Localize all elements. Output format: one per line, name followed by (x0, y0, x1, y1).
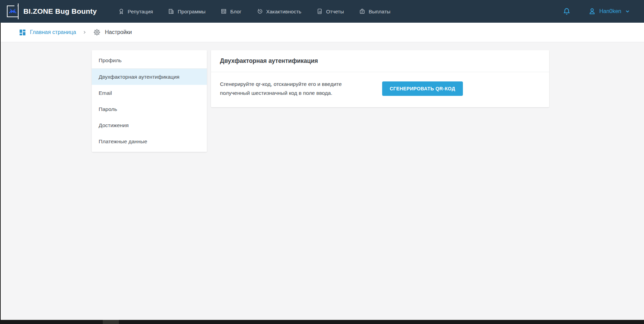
nav-item-label: Блог (230, 9, 241, 14)
top-navbar: BI.ZONE Bug Bounty Репутация (0, 0, 644, 23)
menu-item-label: Платежные данные (99, 138, 147, 145)
brand-name: BI.ZONE Bug Bounty (23, 7, 97, 15)
nav-item-payouts[interactable]: Выплаты (359, 8, 390, 14)
history-icon (257, 8, 263, 14)
report-icon (317, 8, 323, 14)
payouts-icon (359, 8, 365, 14)
generate-qr-button[interactable]: СГЕНЕРИРОВАТЬ QR-КОД (382, 81, 463, 96)
navbar-right: Han0ken (563, 8, 630, 15)
menu-item-label: Двухфакторная аутентификация (99, 74, 179, 80)
dashboard-icon (19, 29, 26, 36)
breadcrumb-current-label: Настройки (105, 29, 132, 35)
two-factor-panel: Двухфакторная аутентификация Сгенерируйт… (211, 50, 549, 107)
panel-header: Двухфакторная аутентификация (211, 50, 549, 72)
nav-item-label: Хакактивность (266, 9, 301, 14)
nav-item-reports[interactable]: Отчеты (317, 8, 344, 14)
user-icon (588, 8, 596, 15)
settings-menu: Профиль Двухфакторная аутентификация Ema… (92, 50, 207, 152)
panel-description: Сгенерируйте qr-код, отсканируйте его и … (220, 80, 361, 98)
gear-icon (93, 29, 101, 36)
nav-item-label: Отчеты (326, 9, 344, 14)
menu-item-label: Профиль (99, 57, 122, 64)
menu-item-label: Пароль (99, 106, 117, 112)
nav-item-label: Программы (178, 9, 206, 14)
breadcrumb: Главная страница Настройки (0, 23, 644, 42)
building-icon (168, 8, 174, 14)
horizontal-scrollbar (0, 320, 644, 324)
menu-item-label: Email (99, 90, 112, 96)
main-nav: Репутация Программы (118, 8, 390, 14)
nav-item-label: Выплаты (369, 9, 390, 14)
user-menu[interactable]: Han0ken (588, 8, 630, 15)
menu-item-payment-details[interactable]: Платежные данные (92, 133, 207, 149)
menu-item-achievements[interactable]: Достижения (92, 117, 207, 133)
brand-logo[interactable]: BI.ZONE Bug Bounty (7, 5, 97, 17)
panel-body: Сгенерируйте qr-код, отсканируйте его и … (211, 72, 549, 107)
newspaper-icon (221, 8, 227, 14)
window-left-edge (0, 23, 1, 320)
content-area: Профиль Двухфакторная аутентификация Ema… (0, 42, 644, 152)
menu-item-password[interactable]: Пароль (92, 101, 207, 117)
menu-item-profile[interactable]: Профиль (92, 53, 207, 69)
notifications-bell-icon[interactable] (563, 8, 570, 15)
pixel-bug-icon (7, 5, 19, 17)
horizontal-scrollbar-thumb[interactable] (103, 320, 119, 324)
user-name: Han0ken (599, 8, 621, 14)
nav-item-hackactivity[interactable]: Хакактивность (257, 8, 301, 14)
menu-item-email[interactable]: Email (92, 85, 207, 101)
breadcrumb-current: Настройки (93, 29, 132, 36)
nav-item-blog[interactable]: Блог (221, 8, 241, 14)
breadcrumb-home-label: Главная страница (30, 29, 76, 35)
menu-item-2fa[interactable]: Двухфакторная аутентификация (92, 69, 207, 85)
nav-item-label: Репутация (128, 9, 153, 14)
breadcrumb-home-link[interactable]: Главная страница (19, 29, 76, 36)
medal-icon (118, 8, 124, 14)
nav-item-reputation[interactable]: Репутация (118, 8, 153, 14)
panel-title: Двухфакторная аутентификация (220, 57, 318, 65)
chevron-right-icon (82, 30, 87, 35)
chevron-down-icon (625, 9, 630, 14)
nav-item-programs[interactable]: Программы (168, 8, 206, 14)
menu-item-label: Достижения (99, 122, 129, 129)
